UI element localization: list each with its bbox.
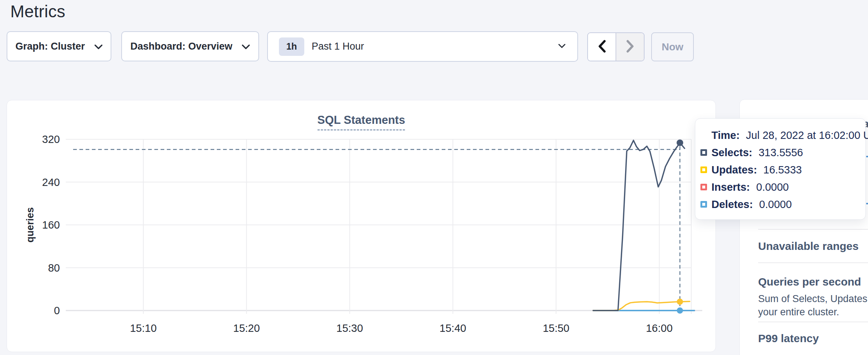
series-swatch-icon bbox=[700, 166, 707, 173]
dashboard-dropdown[interactable]: Dashboard: Overview bbox=[121, 31, 259, 61]
tooltip-series-label: Selects: bbox=[711, 146, 752, 159]
chevron-down-icon bbox=[242, 41, 250, 52]
tooltip-time-label: Time: bbox=[711, 129, 740, 142]
tooltip-time-value: Jul 28, 2022 at 16:02:00 UTC bbox=[746, 129, 868, 142]
tooltip-series-value: 0.0000 bbox=[759, 198, 792, 211]
sidebar-clipped-link-fragment bbox=[866, 203, 868, 204]
tooltip-series-label: Deletes: bbox=[711, 198, 753, 211]
tooltip-series-row: Selects:313.5556 bbox=[700, 146, 859, 159]
y-tick-label: 320 bbox=[42, 133, 60, 145]
series-line-updates bbox=[593, 301, 690, 311]
time-range-label: Past 1 Hour bbox=[312, 41, 364, 52]
chart-hover-tooltip: Time: Jul 28, 2022 at 16:02:00 UTC Selec… bbox=[695, 118, 866, 220]
tooltip-series-value: 313.5556 bbox=[758, 146, 803, 159]
y-tick-label: 0 bbox=[54, 305, 60, 316]
tooltip-series-value: 16.5333 bbox=[763, 163, 802, 176]
tooltip-series-row: Deletes:0.0000 bbox=[700, 198, 859, 211]
x-tick-label: 15:20 bbox=[233, 322, 260, 334]
sidebar-section-title: Unavailable ranges bbox=[758, 240, 868, 253]
sidebar-divider bbox=[758, 262, 868, 263]
tooltip-series-label: Updates: bbox=[711, 163, 757, 176]
time-pager bbox=[587, 32, 645, 61]
sidebar-section-title: P99 latency bbox=[758, 332, 868, 345]
y-axis-label: queries bbox=[25, 207, 36, 243]
next-time-button[interactable] bbox=[616, 33, 644, 61]
hover-dot-selects bbox=[677, 139, 683, 146]
x-tick-label: 15:50 bbox=[543, 322, 570, 334]
sidebar-clipped-link-fragment bbox=[866, 156, 868, 157]
hover-dot-updates bbox=[677, 298, 683, 305]
graph-dropdown[interactable]: Graph: Cluster bbox=[7, 31, 111, 61]
chart-card: SQL Statements 08016024032015:1015:2015:… bbox=[7, 100, 716, 352]
prev-time-button[interactable] bbox=[588, 33, 616, 61]
sidebar-divider bbox=[758, 229, 868, 230]
sidebar-section-description: Sum of Selects, Updates, Inseryour entir… bbox=[758, 292, 868, 319]
dashboard-dropdown-label: Dashboard: Overview bbox=[130, 41, 233, 52]
y-tick-label: 160 bbox=[42, 219, 60, 231]
x-tick-label: 15:40 bbox=[440, 322, 466, 334]
y-tick-label: 80 bbox=[48, 262, 60, 274]
chevron-down-icon bbox=[94, 41, 103, 52]
chevron-right-icon bbox=[626, 40, 635, 54]
hover-dot-deletes bbox=[677, 308, 683, 314]
now-button[interactable]: Now bbox=[651, 32, 694, 61]
series-swatch-icon bbox=[700, 184, 707, 190]
page-title: Metrics bbox=[10, 1, 65, 21]
tooltip-series-row: Updates:16.5333 bbox=[700, 163, 859, 176]
graph-dropdown-label: Graph: Cluster bbox=[15, 41, 85, 52]
tooltip-series-value: 0.0000 bbox=[756, 180, 789, 194]
series-swatch-icon bbox=[700, 201, 707, 208]
tooltip-series-label: Inserts: bbox=[711, 180, 750, 194]
sidebar-divider bbox=[758, 322, 868, 322]
series-swatch-icon bbox=[700, 149, 707, 156]
sidebar-section-title: Queries per second bbox=[758, 275, 868, 288]
y-tick-label: 240 bbox=[42, 176, 60, 188]
chevron-left-icon bbox=[598, 40, 606, 54]
chevron-down-icon bbox=[558, 43, 566, 50]
x-tick-label: 16:00 bbox=[646, 322, 673, 334]
x-tick-label: 15:30 bbox=[336, 322, 363, 334]
sql-statements-chart[interactable]: 08016024032015:1015:2015:3015:4015:5016:… bbox=[7, 100, 716, 352]
tooltip-series-row: Inserts:0.0000 bbox=[700, 180, 859, 194]
x-tick-label: 15:10 bbox=[130, 322, 157, 334]
time-range-badge: 1h bbox=[279, 37, 304, 56]
tooltip-time-row: Time: Jul 28, 2022 at 16:02:00 UTC bbox=[700, 129, 859, 142]
time-range-selector[interactable]: 1h Past 1 Hour bbox=[267, 31, 578, 62]
series-line-selects bbox=[593, 140, 685, 311]
